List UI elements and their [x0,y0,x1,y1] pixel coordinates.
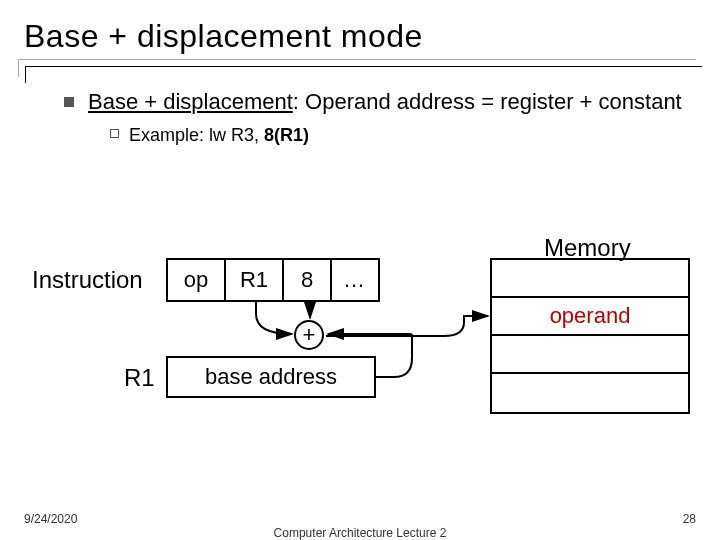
sub-bullet-item: Example: lw R3, 8(R1) [110,123,696,147]
hollow-square-bullet-icon [110,129,119,138]
body-text: Base + displacement: Operand address = r… [64,87,696,147]
footer-page-number: 28 [683,512,696,526]
title-underline [18,59,696,77]
example-bold: 8(R1) [264,125,309,145]
diagram-arrows [24,242,704,462]
slide-title: Base + displacement mode [24,18,696,55]
bullet-definition: : Operand address = register + constant [293,89,682,114]
footer-center: Computer Architecture Lecture 2 [0,526,720,540]
example-label: Example: lw R3, [129,125,264,145]
title-block: Base + displacement mode [24,18,696,77]
bullet-item: Base + displacement: Operand address = r… [64,87,696,117]
square-bullet-icon [64,97,74,107]
bullet-term: Base + displacement [88,89,293,114]
example-text: Example: lw R3, 8(R1) [129,123,309,147]
bullet-text: Base + displacement: Operand address = r… [88,87,682,117]
footer-date: 9/24/2020 [24,512,77,526]
